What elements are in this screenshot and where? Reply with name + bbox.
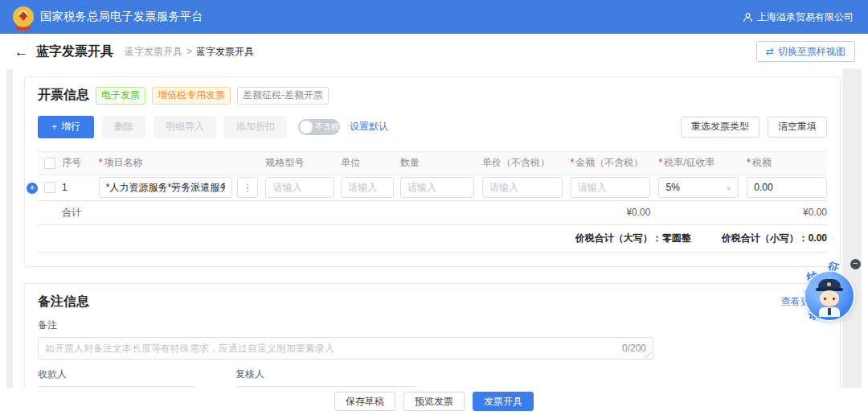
more-options-icon[interactable]: ⋮ (237, 177, 258, 198)
person-icon (743, 12, 753, 23)
remark-placeholder: 如开票人对备注文本长度等有特殊需求，应通过自定义附加要素录入 (45, 342, 616, 355)
col-spec: 规格型号 (265, 157, 304, 168)
set-default-link[interactable]: 设置默认 (350, 120, 388, 134)
platform-title: 国家税务总局电子发票服务平台 (40, 10, 203, 24)
right-gutter (842, 69, 862, 396)
col-tax-amount: 税额 (752, 157, 772, 168)
char-counter: 0/200 (622, 343, 646, 354)
save-draft-button[interactable]: 保存草稿 (334, 392, 395, 411)
main-content: 开票信息 电子发票 增值税专用发票 差额征税-差额开票 + 增行 删除 明细导入… (0, 69, 868, 415)
tag-differential-taxation: 差额征税-差额开票 (237, 87, 329, 105)
left-gutter (6, 69, 13, 396)
remark-field-label: 备注 (38, 318, 827, 332)
swap-icon: ⇄ (766, 46, 774, 57)
tag-electronic-invoice: 电子发票 (96, 87, 145, 105)
total-in-words-value: 零圆整 (662, 232, 691, 244)
tax-bureau-logo-icon (13, 6, 34, 27)
add-row-label: 增行 (61, 120, 80, 134)
breadcrumb-separator: > (186, 46, 192, 57)
col-seq: 序号 (62, 157, 81, 168)
invoice-items-table: 序号 *项目名称 规格型号 单位 数量 单价（不含税） *金额（不含税） *税率… (38, 151, 827, 253)
unit-price-input[interactable] (482, 177, 563, 198)
top-header-bar: 国家税务总局电子发票服务平台 上海溢承贸易有限公司 (0, 0, 868, 34)
total-in-figures-value: 0.00 (809, 232, 827, 244)
invoice-section-title: 开票信息 (38, 87, 89, 104)
subtotal-amount: ¥0.00 (626, 207, 650, 218)
total-in-words-label: 价税合计（大写）： (575, 232, 662, 244)
tag-vat-special-invoice: 增值税专用发票 (152, 87, 231, 105)
back-icon[interactable]: ← (14, 45, 28, 59)
resize-handle[interactable] (645, 351, 652, 358)
account-info[interactable]: 上海溢承贸易有限公司 (743, 10, 854, 24)
tax-amount-input[interactable] (747, 177, 827, 198)
clear-refill-button[interactable]: 清空重填 (768, 117, 827, 138)
page-title: 蓝字发票开具 (36, 43, 113, 60)
import-detail-button[interactable]: 明细导入 (154, 116, 216, 138)
delete-button[interactable]: 删除 (102, 116, 145, 138)
breadcrumb-parent[interactable]: 蓝字发票开具 (125, 45, 182, 59)
tax-officer-avatar[interactable] (805, 272, 854, 320)
row-seq: 1 (62, 182, 68, 193)
issue-invoice-button[interactable]: 发票开具 (473, 392, 534, 411)
col-tax-rate: 税率/征收率 (664, 157, 714, 168)
amount-input[interactable] (571, 177, 651, 198)
col-quantity: 数量 (400, 157, 420, 168)
row-checkbox[interactable] (44, 182, 55, 193)
tax-rate-value: 5% (665, 182, 679, 193)
chevron-down-icon: ∨ (726, 184, 731, 191)
switch-to-invoice-view-button[interactable]: ⇄ 切换至票样视图 (756, 41, 855, 62)
col-unit-price: 单价（不含税） (482, 157, 550, 168)
tax-excluded-toggle[interactable]: 不含税 (298, 119, 340, 135)
item-name-input[interactable] (99, 177, 232, 198)
footer-action-bar: 保存草稿 预览发票 发票开具 (0, 388, 868, 415)
reselect-invoice-type-button[interactable]: 重选发票类型 (681, 117, 760, 138)
preview-invoice-button[interactable]: 预览发票 (403, 392, 465, 411)
payee-label: 收款人 (38, 368, 195, 381)
remark-textarea[interactable]: 如开票人对备注文本长度等有特殊需求，应通过自定义附加要素录入 0/200 (38, 337, 653, 360)
tax-rate-select[interactable]: 5% ∨ (658, 177, 739, 198)
subtotal-row: 合计 ¥0.00 ¥0.00 (38, 201, 827, 225)
reviewer-label: 复核人 (235, 368, 416, 381)
toggle-knob (300, 121, 313, 134)
col-unit: 单位 (341, 157, 360, 168)
add-discount-button[interactable]: 添加折扣 (224, 116, 287, 138)
table-header-row: 序号 *项目名称 规格型号 单位 数量 单价（不含税） *金额（不含税） *税率… (38, 151, 827, 175)
col-amount: 金额（不含税） (575, 157, 643, 168)
add-row-button[interactable]: + 增行 (38, 116, 94, 138)
quantity-input[interactable] (400, 177, 474, 198)
unit-input[interactable] (341, 177, 394, 198)
switch-view-label: 切换至票样视图 (778, 45, 845, 59)
subtotal-label: 合计 (62, 207, 81, 218)
plus-icon: + (51, 121, 57, 133)
company-name: 上海溢承贸易有限公司 (757, 10, 854, 24)
add-row-circle-icon[interactable]: + (27, 183, 38, 194)
table-row: + 1 ⋮ 5% ∨ (38, 175, 827, 201)
minimize-widget-icon[interactable]: − (850, 259, 861, 269)
select-all-checkbox[interactable] (44, 158, 55, 169)
toggle-label: 不含税 (315, 121, 339, 133)
total-in-figures-label: 价税合计（小写）： (722, 232, 809, 244)
tax-interaction-widget[interactable]: 征 纳 互 动 (802, 262, 858, 328)
breadcrumb-current: 蓝字发票开具 (196, 45, 254, 59)
grand-total-row: 价税合计（大写）：零圆整 价税合计（小写）：0.00 (38, 225, 827, 253)
invoice-info-card: 开票信息 电子发票 增值税专用发票 差额征税-差额开票 + 增行 删除 明细导入… (24, 76, 841, 267)
breadcrumb-bar: ← 蓝字发票开具 蓝字发票开具 > 蓝字发票开具 ⇄ 切换至票样视图 (0, 34, 868, 69)
col-item-name: 项目名称 (104, 157, 143, 168)
spec-input[interactable] (265, 177, 334, 198)
remark-section-title: 备注信息 (38, 294, 89, 310)
subtotal-tax: ¥0.00 (803, 207, 827, 218)
